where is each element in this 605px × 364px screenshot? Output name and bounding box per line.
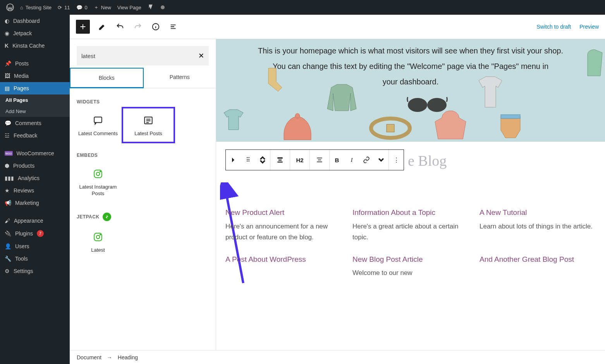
sidebar-item-products[interactable]: ⬢Products bbox=[0, 160, 70, 172]
comments-count[interactable]: 💬0 bbox=[73, 0, 91, 15]
svg-point-5 bbox=[96, 172, 100, 175]
menu-separator bbox=[0, 209, 70, 215]
comment-icon: 💬 bbox=[5, 120, 11, 126]
align-button[interactable] bbox=[270, 149, 290, 170]
new-content[interactable]: ＋New bbox=[91, 0, 114, 15]
category-widgets: WIDGETS bbox=[73, 88, 213, 108]
media-icon: 🖾 bbox=[5, 73, 10, 79]
submenu-add-new[interactable]: Add New bbox=[0, 106, 70, 117]
details-button[interactable] bbox=[150, 20, 161, 34]
post-title-link[interactable]: New Blog Post Article bbox=[352, 254, 423, 265]
home-icon: ⌂ bbox=[20, 5, 23, 10]
post-item[interactable]: New Product AlertHere's an announcement … bbox=[225, 208, 342, 243]
svg-rect-13 bbox=[387, 124, 394, 132]
sidebar-item-pages[interactable]: ▤Pages bbox=[0, 82, 70, 94]
wp-logo[interactable] bbox=[3, 0, 17, 15]
inserter-tabs: Blocks Patterns bbox=[70, 68, 216, 88]
heading-level-button[interactable]: H2 bbox=[290, 149, 309, 170]
block-type-button[interactable] bbox=[226, 149, 241, 170]
plugin-icon: 🔌 bbox=[5, 230, 11, 237]
sidebar-item-woocommerce[interactable]: wooWooCommerce bbox=[0, 147, 70, 160]
breadcrumb-heading[interactable]: Heading bbox=[118, 354, 138, 361]
editor-canvas[interactable]: This is your homepage which is what most… bbox=[216, 39, 605, 364]
svg-rect-20 bbox=[317, 158, 322, 158]
post-item[interactable]: Information About a TopicHere's a great … bbox=[352, 208, 469, 243]
analytics-icon: ▮▮▮ bbox=[5, 175, 14, 181]
block-latest-posts[interactable]: Latest Posts bbox=[123, 108, 174, 142]
sidebar-item-users[interactable]: 👤Users bbox=[0, 240, 70, 252]
breadcrumb-document[interactable]: Document bbox=[77, 354, 101, 361]
redo-button[interactable] bbox=[132, 20, 143, 34]
clear-search-icon[interactable]: ✕ bbox=[198, 52, 204, 60]
category-jetpack: JETPACK bbox=[73, 202, 213, 225]
block-more-options-button[interactable]: ⋮ bbox=[389, 149, 404, 170]
instagram-icon bbox=[93, 169, 103, 179]
sidebar-item-media[interactable]: 🖾Media bbox=[0, 70, 70, 82]
move-updown-button[interactable] bbox=[255, 149, 270, 170]
dashboard-icon: ◐ bbox=[5, 18, 9, 24]
post-title-link[interactable]: A Post About WordPress bbox=[225, 254, 306, 265]
sidebar-item-plugins[interactable]: 🔌Plugins 7 bbox=[0, 227, 70, 240]
sidebar-item-posts[interactable]: 📌Posts bbox=[0, 57, 70, 70]
tab-blocks[interactable]: Blocks bbox=[70, 68, 144, 88]
post-title-link[interactable]: And Another Great Blog Post bbox=[480, 254, 574, 265]
drag-handle[interactable]: ⠿ bbox=[241, 149, 255, 170]
post-item[interactable]: And Another Great Blog Post bbox=[480, 254, 596, 279]
pin-icon: 📌 bbox=[5, 60, 11, 67]
sidebar-item-dashboard[interactable]: ◐Dashboard bbox=[0, 15, 70, 27]
latest-posts-block[interactable]: New Product AlertHere's an announcement … bbox=[225, 208, 596, 278]
hero-cover-block[interactable]: This is your homepage which is what most… bbox=[216, 39, 605, 142]
preview-link[interactable]: Preview bbox=[579, 24, 599, 30]
sidebar-item-tools[interactable]: 🔧Tools bbox=[0, 252, 70, 265]
undo-button[interactable] bbox=[115, 20, 125, 34]
woo-icon: woo bbox=[5, 151, 13, 156]
block-search-input[interactable] bbox=[81, 53, 198, 59]
sidebar-item-settings[interactable]: ⚙Settings bbox=[0, 265, 70, 277]
updates[interactable]: ⟳11 bbox=[55, 0, 73, 15]
switch-draft-link[interactable]: Switch to draft bbox=[537, 24, 571, 30]
plus-icon: ＋ bbox=[94, 4, 99, 11]
edit-mode-button[interactable] bbox=[97, 20, 108, 34]
sidebar-item-analytics[interactable]: ▮▮▮Analytics bbox=[0, 172, 70, 184]
sidebar-item-feedback[interactable]: ☳Feedback bbox=[0, 129, 70, 142]
hero-text-1[interactable]: This is your homepage which is what most… bbox=[258, 43, 563, 58]
post-item[interactable]: A Post About WordPress bbox=[225, 254, 342, 279]
outline-button[interactable] bbox=[168, 20, 179, 34]
sidebar-item-kinsta[interactable]: KKinsta Cache bbox=[0, 39, 70, 52]
heading-block-content[interactable]: e Blog bbox=[408, 152, 447, 169]
block-jetpack-latest[interactable]: Latest bbox=[73, 225, 123, 258]
sidebar-item-appearance[interactable]: 🖌Appearance bbox=[0, 215, 70, 227]
bold-button[interactable]: B bbox=[330, 149, 344, 170]
link-button[interactable] bbox=[359, 149, 374, 170]
sidebar-item-jetpack[interactable]: ◉Jetpack bbox=[0, 27, 70, 39]
submenu-all-pages[interactable]: All Pages bbox=[0, 94, 70, 106]
add-block-button[interactable] bbox=[76, 20, 90, 34]
sidebar-item-comments[interactable]: 💬Comments bbox=[0, 117, 70, 129]
post-title-link[interactable]: New Product Alert bbox=[225, 208, 284, 218]
plugins-badge: 7 bbox=[37, 230, 44, 237]
post-excerpt: Welcome to our new bbox=[352, 268, 469, 278]
post-title-link[interactable]: Information About a Topic bbox=[352, 208, 435, 218]
posts-list-icon bbox=[143, 115, 153, 125]
svg-point-11 bbox=[295, 113, 300, 118]
category-embeds: EMBEDS bbox=[73, 142, 213, 162]
post-item[interactable]: New Blog Post ArticleWelcome to our new bbox=[352, 254, 469, 279]
status-dot[interactable] bbox=[158, 0, 168, 15]
tab-patterns[interactable]: Patterns bbox=[144, 68, 216, 88]
yoast-icon[interactable] bbox=[144, 0, 158, 15]
refresh-icon: ⟳ bbox=[58, 5, 62, 10]
view-page[interactable]: View Page bbox=[114, 0, 144, 15]
block-latest-comments[interactable]: Latest Comments bbox=[73, 108, 123, 142]
post-title-link[interactable]: A New Tutorial bbox=[480, 208, 527, 218]
sidebar-item-reviews[interactable]: ★Reviews bbox=[0, 184, 70, 197]
italic-button[interactable]: I bbox=[344, 149, 359, 170]
post-item[interactable]: A New TutorialLearn about lots of things… bbox=[480, 208, 596, 243]
site-name[interactable]: ⌂Testing Site bbox=[17, 0, 55, 15]
more-rich-text-button[interactable] bbox=[374, 149, 388, 170]
doodle-hoodie-icon bbox=[431, 109, 470, 144]
sidebar-item-marketing[interactable]: 📢Marketing bbox=[0, 197, 70, 209]
text-align-button[interactable] bbox=[310, 149, 329, 170]
block-latest-instagram[interactable]: Latest Instagram Posts bbox=[73, 162, 123, 202]
product-icon: ⬢ bbox=[5, 163, 9, 169]
svg-rect-2 bbox=[94, 117, 102, 122]
